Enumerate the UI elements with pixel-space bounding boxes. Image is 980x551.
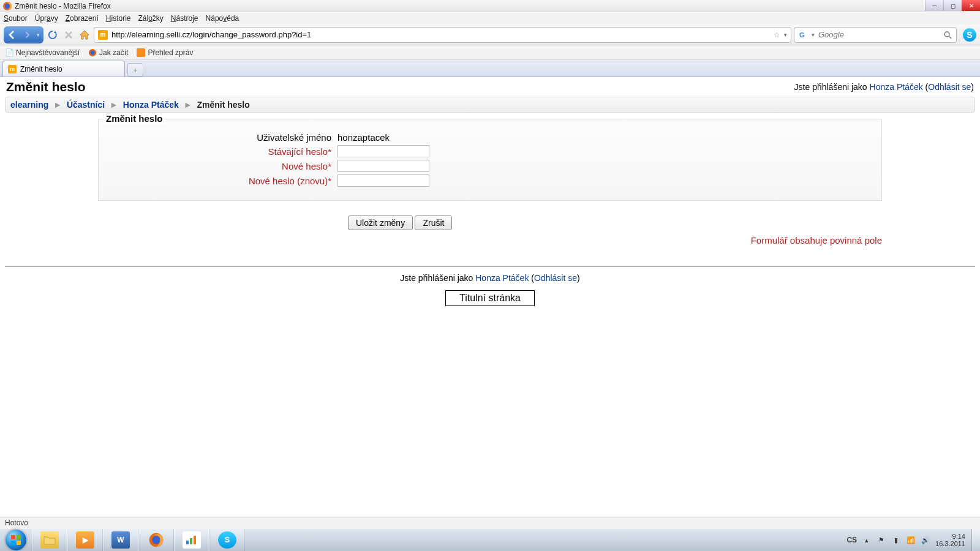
window-maximize-button[interactable]: ◻	[943, 0, 962, 11]
login-user-link[interactable]: Honza Ptáček	[870, 82, 923, 92]
tab-active[interactable]: m Změnit heslo	[2, 61, 125, 77]
tray-chevron-icon[interactable]: ▴	[862, 535, 872, 545]
breadcrumb-separator-icon: ►	[184, 100, 192, 110]
login-prefix: Jste přihlášeni jako	[794, 82, 870, 92]
clock-time: 9:14	[935, 533, 965, 540]
bookmark-news[interactable]: Přehled zpráv	[137, 48, 193, 57]
show-desktop-button[interactable]	[971, 529, 980, 551]
form-buttons: Uložit změny Zrušit	[348, 216, 980, 230]
svg-line-5	[949, 36, 951, 39]
navigation-toolbar: ▾ m ☆ ▾ G ▾ S	[0, 24, 980, 45]
footer-logout-link[interactable]: Odhlásit se	[534, 273, 577, 283]
new-password-again-input[interactable]	[337, 174, 429, 187]
current-password-label: Stávající heslo*	[99, 146, 337, 157]
bookmark-getting-started[interactable]: Jak začít	[88, 48, 128, 57]
username-label: Uživatelské jméno	[99, 132, 337, 143]
url-bar[interactable]: m ☆ ▾	[94, 27, 791, 43]
bookmark-label: Nejnavštěvovanější	[16, 48, 80, 57]
skype-addon-icon[interactable]: S	[963, 28, 976, 42]
language-indicator[interactable]: CS	[846, 536, 857, 544]
volume-icon[interactable]: 🔊	[921, 535, 930, 545]
form-legend: Změnit heslo	[104, 113, 165, 124]
svg-point-13	[152, 536, 160, 544]
clock[interactable]: 9:14 16.3.2011	[935, 533, 965, 547]
menu-history[interactable]: Historie	[106, 14, 131, 23]
skype-taskbar-icon: S	[218, 531, 236, 549]
search-engine-dropdown[interactable]: ▾	[812, 32, 815, 38]
tab-title: Změnit heslo	[20, 65, 62, 73]
menu-bookmarks[interactable]: Záložky	[138, 14, 163, 23]
bookmark-label: Jak začít	[99, 48, 128, 57]
logout-link[interactable]: Odhlásit se	[928, 82, 971, 92]
current-password-input[interactable]	[337, 145, 429, 157]
network-icon[interactable]: 📶	[906, 535, 916, 545]
taskbar-media-player[interactable]: ▶	[67, 529, 103, 551]
svg-rect-8	[11, 535, 15, 539]
taskbar-app[interactable]	[174, 529, 209, 551]
breadcrumb-link[interactable]: Účastníci	[67, 100, 105, 110]
status-text: Hotovo	[5, 519, 28, 527]
svg-rect-10	[11, 541, 15, 545]
menu-help[interactable]: Nápověda	[206, 14, 239, 23]
page-title: Změnit heslo	[6, 80, 86, 94]
login-info: Jste přihlášeni jako Honza Ptáček (Odhlá…	[794, 82, 974, 92]
menu-tools[interactable]: Nástroje	[171, 14, 198, 23]
back-button[interactable]	[5, 28, 20, 42]
menu-view[interactable]: Zobrazení	[66, 14, 99, 23]
system-tray: CS ▴ ⚑ ▮ 📶 🔊 9:14 16.3.2011	[840, 529, 971, 551]
clock-date: 16.3.2011	[935, 540, 965, 547]
footer-login-prefix: Jste přihlášeni jako	[400, 273, 475, 283]
home-button[interactable]	[78, 28, 91, 42]
menu-file[interactable]: Soubor	[4, 14, 28, 23]
search-input[interactable]	[818, 30, 939, 39]
footer-user-link[interactable]: Honza Ptáček	[475, 273, 529, 283]
history-dropdown[interactable]: ▾	[34, 32, 42, 38]
bookmark-most-visited[interactable]: 📄Nejnavštěvovanější	[5, 48, 80, 57]
page-content: Změnit heslo Jste přihlášeni jako Honza …	[0, 77, 980, 306]
bookmark-label: Přehled zpráv	[148, 48, 193, 57]
search-box[interactable]: G ▾	[794, 27, 957, 43]
cancel-button[interactable]: Zrušit	[415, 216, 452, 230]
breadcrumb: elearning ► Účastníci ► Honza Ptáček ► Z…	[5, 97, 975, 113]
firefox-icon	[2, 1, 12, 11]
svg-rect-15	[190, 538, 192, 544]
reload-button[interactable]	[46, 28, 59, 42]
battery-icon[interactable]: ▮	[891, 535, 901, 545]
windows-orb-icon	[6, 530, 26, 550]
svg-rect-14	[186, 541, 189, 544]
google-icon: G	[798, 30, 808, 40]
new-password-label: Nové heslo*	[99, 161, 337, 171]
forward-button[interactable]	[20, 28, 34, 42]
svg-point-4	[944, 32, 949, 37]
new-password-input[interactable]	[337, 160, 429, 172]
menu-edit[interactable]: Úpravy	[35, 14, 58, 23]
start-button[interactable]	[0, 529, 32, 551]
flag-icon[interactable]: ⚑	[876, 535, 886, 545]
username-value: honzaptacek	[337, 132, 390, 143]
breadcrumb-link[interactable]: elearning	[10, 100, 48, 110]
save-button[interactable]: Uložit změny	[348, 216, 413, 230]
window-minimize-button[interactable]: ─	[925, 0, 943, 11]
taskbar-word[interactable]: W	[103, 529, 138, 551]
stop-button[interactable]	[62, 28, 75, 42]
windows-taskbar: ▶ W S CS ▴ ⚑ ▮ 📶 🔊 9:14 16.3.2011	[0, 529, 980, 551]
bookmark-star-icon[interactable]: ☆	[774, 31, 780, 39]
url-dropdown-icon[interactable]: ▾	[784, 32, 787, 38]
svg-point-7	[91, 50, 95, 54]
required-fields-note: Formulář obsahuje povinná pole	[0, 235, 882, 246]
site-favicon: m	[98, 30, 108, 40]
new-tab-button[interactable]: +	[127, 63, 143, 77]
url-input[interactable]	[111, 30, 770, 39]
svg-rect-16	[194, 536, 196, 544]
taskbar-items: ▶ W S	[32, 529, 245, 551]
svg-point-1	[5, 3, 10, 8]
taskbar-skype[interactable]: S	[209, 529, 245, 551]
page-footer: Jste přihlášeni jako Honza Ptáček (Odhlá…	[0, 273, 980, 306]
home-page-button[interactable]: Titulní stránka	[445, 290, 535, 306]
search-icon[interactable]	[943, 30, 952, 40]
taskbar-firefox[interactable]	[138, 529, 174, 551]
breadcrumb-link[interactable]: Honza Ptáček	[123, 100, 179, 110]
taskbar-explorer[interactable]	[32, 529, 67, 551]
tab-strip: m Změnit heslo +	[0, 60, 980, 77]
window-close-button[interactable]: ✕	[962, 0, 980, 11]
